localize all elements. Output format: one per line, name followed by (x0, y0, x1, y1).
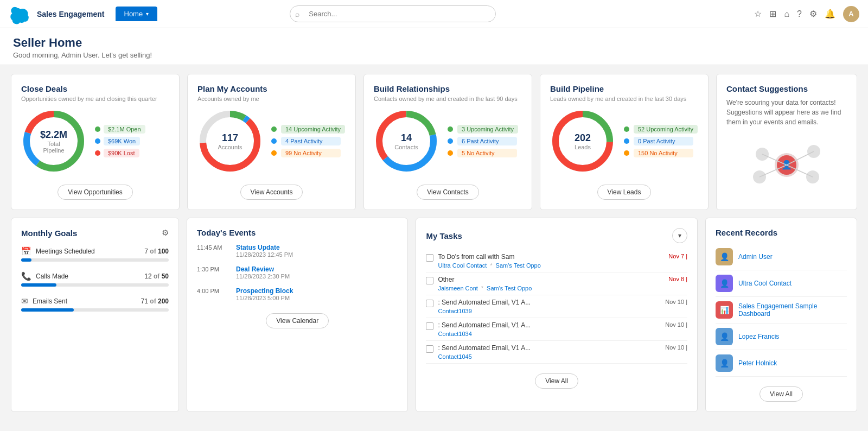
goal-meetings-count: 7 of 100 (144, 248, 169, 255)
legend-badge-lost: $90K Lost (104, 149, 139, 157)
close-deals-legend: $2.1M Open $69K Won $90K Lost (95, 125, 145, 157)
build-relationships-donut: 14 Contacts (374, 109, 439, 174)
view-contacts-button[interactable]: View Contacts (417, 185, 478, 200)
stat-badge-upcoming: 14 Upcoming Activity (281, 125, 345, 134)
build-pipeline-count-label: Leads (575, 144, 591, 150)
recent-avatar-1: 👤 (716, 275, 733, 292)
search-input[interactable] (290, 5, 496, 22)
task-tag-3-0[interactable]: Contact1034 (438, 331, 471, 337)
build-pipeline-subtitle: Leads owned by me and created in the las… (550, 96, 698, 102)
recent-item-3[interactable]: 👤 Lopez Francis (716, 324, 847, 350)
task-tag-1-1[interactable]: Sam's Test Oppo (487, 285, 532, 291)
home-icon[interactable]: ⌂ (784, 9, 789, 19)
help-icon[interactable]: ? (797, 9, 802, 19)
recent-name-2: Sales Engagement Sample Dashboard (738, 302, 847, 318)
task-tags-1: Jaismeen Cont * Sam's Test Oppo (438, 285, 664, 291)
top-nav-right: ☆ ⊞ ⌂ ? ⚙ 🔔 A (754, 6, 859, 22)
view-accounts-button[interactable]: View Accounts (240, 185, 303, 200)
stat-dot-no (271, 150, 277, 156)
view-all-recent-button[interactable]: View All (760, 386, 803, 402)
stat-badge-past: 4 Past Activity (281, 137, 341, 145)
event-title-1[interactable]: Deal Review (236, 265, 290, 273)
build-pipeline-donut: 202 Leads (550, 109, 615, 174)
salesforce-logo[interactable] (9, 3, 30, 25)
recent-item-4[interactable]: 👤 Peter Holnick (716, 350, 847, 377)
recent-avatar-0: 👤 (716, 248, 733, 265)
search-bar: ⌕ (290, 5, 496, 22)
pipe-stat-dot-upcoming (624, 126, 629, 132)
pipe-stat-row-upcoming: 52 Upcoming Activity (624, 125, 698, 134)
task-checkbox-4[interactable] (426, 345, 433, 353)
stat-row-past: 4 Past Activity (271, 137, 345, 145)
task-tag-0-1[interactable]: Sam's Test Oppo (496, 262, 541, 269)
my-tasks-card: My Tasks ▾ To Do's from call with Sam Ul… (416, 218, 698, 412)
task-tag-4-0[interactable]: Contact1045 (438, 353, 471, 360)
phone-icon: 📞 (21, 271, 31, 281)
task-checkbox-3[interactable] (426, 322, 433, 330)
event-item-1: 1:30 PM Deal Review 11/28/2023 2:30 PM (197, 265, 398, 280)
rel-stat-badge-past: 6 Past Activity (457, 137, 517, 145)
task-tag-0-0[interactable]: Ultra Cool Contact (438, 262, 487, 269)
legend-item-won: $69K Won (95, 137, 145, 145)
task-content-3: : Send Automated Email, V1 A... Contact1… (438, 321, 661, 337)
tasks-card-header: My Tasks ▾ (426, 228, 687, 243)
star-icon[interactable]: ☆ (754, 9, 762, 19)
goal-emails-count: 71 of 200 (141, 297, 169, 305)
view-calendar-button[interactable]: View Calendar (266, 313, 329, 328)
view-all-tasks-button[interactable]: View All (535, 373, 578, 389)
legend-dot-lost (95, 150, 100, 156)
recent-item-1[interactable]: 👤 Ultra Cool Contact (716, 270, 847, 297)
task-date-3: Nov 10 | (665, 321, 687, 328)
grid-icon[interactable]: ⊞ (769, 9, 776, 19)
close-deals-donut: $2.2M Total Pipeline (21, 109, 86, 174)
task-tag-2-0[interactable]: Contact1039 (438, 308, 471, 314)
event-title-0[interactable]: Status Update (236, 244, 293, 251)
monthly-goals-settings-button[interactable]: ⚙ (162, 228, 169, 238)
home-tab[interactable]: Home ▾ (116, 7, 158, 21)
task-item-3: : Send Automated Email, V1 A... Contact1… (426, 318, 687, 341)
build-relationships-count-label: Contacts (394, 144, 418, 150)
build-pipeline-donut-label: 202 Leads (575, 132, 591, 150)
task-checkbox-2[interactable] (426, 300, 433, 307)
task-checkbox-1[interactable] (426, 277, 433, 284)
bell-icon[interactable]: 🔔 (825, 9, 835, 19)
recent-item-2[interactable]: 📊 Sales Engagement Sample Dashboard (716, 297, 847, 324)
view-leads-button[interactable]: View Leads (597, 185, 652, 200)
event-details-0: Status Update 11/28/2023 12:45 PM (236, 244, 293, 258)
close-deals-amount: $2.2M (37, 129, 70, 141)
calendar-icon: 📅 (21, 246, 31, 256)
event-details-2: Prospecting Block 11/28/2023 5:00 PM (236, 287, 293, 301)
settings-icon[interactable]: ⚙ (809, 9, 817, 19)
view-opportunities-button[interactable]: View Opportunities (58, 185, 133, 200)
task-content-2: : Send Automated Email, V1 A... Contact1… (438, 299, 661, 314)
plan-accounts-donut-label: 117 Accounts (218, 132, 242, 150)
legend-dot-won (95, 138, 100, 144)
task-title-1: Other (438, 276, 664, 283)
task-tags-0: Ultra Cool Contact * Sam's Test Oppo (438, 262, 664, 269)
event-time-2: 4:00 PM (197, 287, 229, 294)
build-relationships-card: Build Relationships Contacts owned by me… (363, 74, 532, 210)
build-pipeline-card: Build Pipeline Leads owned by me and cre… (540, 74, 709, 210)
event-title-2[interactable]: Prospecting Block (236, 287, 293, 295)
recent-item-0[interactable]: 👤 Admin User (716, 244, 847, 270)
close-deals-title: Close Deals (21, 84, 169, 93)
contact-suggestions-description: We're scouring your data for contacts! S… (726, 98, 847, 127)
task-tag-1-0[interactable]: Jaismeen Cont (438, 285, 477, 291)
stat-badge-no: 99 No Activity (281, 149, 341, 157)
home-tab-chevron: ▾ (146, 11, 149, 17)
recent-records-title: Recent Records (716, 228, 847, 237)
legend-dot-open (95, 126, 100, 132)
task-checkbox-0[interactable] (426, 254, 433, 262)
tasks-dropdown-button[interactable]: ▾ (672, 228, 687, 243)
avatar[interactable]: A (843, 6, 859, 22)
task-content-0: To Do's from call with Sam Ultra Cool Co… (438, 253, 664, 269)
recent-footer: View All (716, 382, 847, 402)
recent-name-3: Lopez Francis (738, 333, 779, 340)
suggestion-graphic: 👤 (726, 138, 847, 192)
page-header: Seller Home Good morning, Admin User. Le… (0, 28, 868, 65)
pipe-stat-dot-past (624, 138, 629, 144)
monthly-goals-header: Monthly Goals ⚙ (21, 228, 169, 238)
plan-accounts-donut: 117 Accounts (197, 109, 263, 174)
event-time-0: 11:45 AM (197, 244, 229, 251)
events-card-footer: View Calendar (197, 309, 398, 328)
